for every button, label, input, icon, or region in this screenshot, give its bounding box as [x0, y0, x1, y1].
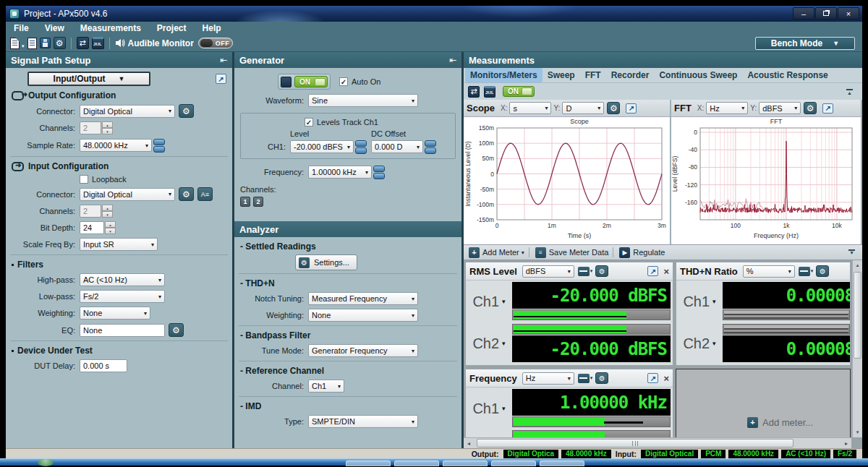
bit-depth-spinner[interactable]: ▴▾: [105, 221, 116, 234]
channel-1-button[interactable]: 1: [240, 197, 250, 207]
frequency-settings-button[interactable]: ⚙: [595, 372, 608, 384]
menu-view[interactable]: View: [37, 23, 72, 33]
menu-help[interactable]: Help: [195, 23, 229, 33]
dock-icon[interactable]: ▲: [848, 249, 856, 255]
mode-selector-dropdown[interactable]: Input/Output ▼: [27, 72, 150, 86]
new-project-dropdown-icon[interactable]: ▾: [22, 43, 25, 49]
frequency-select[interactable]: 1.00000 kHz▾: [308, 166, 372, 179]
add-meter-area[interactable]: + Add meter...: [676, 369, 851, 447]
sequence-icon[interactable]: JUL: [92, 37, 104, 49]
tab-fft[interactable]: FFT: [580, 68, 606, 82]
menu-project[interactable]: Project: [149, 23, 195, 33]
collapse-up-icon[interactable]: ▲: [846, 89, 854, 95]
swap-icon[interactable]: ⇄: [468, 86, 480, 98]
taskbar-button[interactable]: [540, 460, 584, 466]
low-pass-select[interactable]: Fs/2▾: [80, 290, 165, 303]
thdn-ch2-selector[interactable]: Ch2▾: [676, 322, 723, 364]
bench-mode-dropdown[interactable]: Bench Mode ▼: [755, 37, 855, 50]
sample-rate-stepper[interactable]: [153, 138, 165, 153]
output-connector-settings-button[interactable]: ⚙: [179, 104, 194, 118]
taskbar-button[interactable]: [394, 460, 439, 466]
tune-mode-select[interactable]: Generator Frequency▾: [308, 344, 418, 357]
ch1-level-select[interactable]: -20.000 dBFS▾: [290, 140, 354, 153]
collapse-panel-icon[interactable]: ⇤: [220, 55, 227, 65]
ch1-dc-offset-stepper[interactable]: [425, 140, 436, 154]
minimize-button[interactable]: –: [793, 7, 814, 20]
ref-channel-select[interactable]: Ch1▾: [308, 380, 344, 393]
levels-track-checkbox[interactable]: ✓: [305, 118, 313, 127]
menu-measurements[interactable]: Measurements: [72, 23, 149, 33]
rms-settings-button[interactable]: ⚙: [595, 265, 608, 277]
rms-ch1-selector[interactable]: Ch1▾: [466, 280, 512, 322]
audible-monitor-toggle[interactable]: OFF: [198, 38, 233, 48]
scope-export-icon[interactable]: ↗: [626, 103, 637, 113]
input-format-button[interactable]: A≡: [197, 187, 213, 201]
scope-x-unit-select[interactable]: s▾: [509, 102, 551, 114]
scroll-right-icon[interactable]: ▸: [841, 438, 851, 448]
sequence-icon[interactable]: JUL: [484, 86, 495, 98]
scope-settings-button[interactable]: ⚙: [607, 102, 620, 114]
rms-display-style-button[interactable]: ▾: [578, 267, 593, 276]
frequency-unit-select[interactable]: Hz▾: [522, 372, 574, 385]
close-button[interactable]: ×: [838, 7, 859, 20]
thdn-ch1-selector[interactable]: Ch1▾: [676, 280, 723, 322]
add-meter-button[interactable]: Add Meter: [482, 248, 519, 257]
tab-monitors-meters[interactable]: Monitors/Meters: [465, 68, 542, 82]
frequency-export-icon[interactable]: ↗: [647, 373, 658, 383]
analyzer-weighting-select[interactable]: None▾: [308, 309, 418, 322]
frequency-display-style-button[interactable]: ▾: [578, 374, 593, 383]
taskbar-button[interactable]: [346, 460, 391, 466]
notch-tuning-select[interactable]: Measured Frequency▾: [308, 292, 418, 305]
taskbar-button[interactable]: [491, 460, 536, 466]
fft-export-icon[interactable]: ↗: [822, 103, 833, 113]
tab-recorder[interactable]: Recorder: [606, 68, 655, 82]
meters-horizontal-scrollbar[interactable]: ◂ ▸: [464, 437, 851, 448]
scroll-thumb[interactable]: [854, 272, 861, 359]
high-pass-select[interactable]: AC (<10 Hz)▾: [80, 273, 165, 286]
thdn-display-style-button[interactable]: ▾: [799, 267, 814, 276]
meters-vertical-scrollbar[interactable]: ▴ ▾: [852, 260, 862, 437]
rms-unit-select[interactable]: dBFS▾: [522, 265, 574, 278]
restore-button[interactable]: [815, 7, 837, 20]
settled-readings-settings-button[interactable]: ⚙ Settings...: [295, 254, 357, 270]
loopback-checkbox[interactable]: [80, 175, 88, 184]
start-orb-icon[interactable]: [38, 459, 54, 466]
fft-settings-button[interactable]: ⚙: [804, 102, 817, 114]
scroll-thumb[interactable]: [477, 439, 793, 447]
signal-path-swap-icon[interactable]: ⇄: [77, 37, 89, 49]
frequency-stepper[interactable]: [373, 165, 385, 179]
regulate-button[interactable]: Regulate: [633, 248, 665, 257]
ch1-level-stepper[interactable]: [355, 140, 367, 154]
tab-continuous-sweep[interactable]: Continuous Sweep: [654, 68, 742, 82]
eq-field[interactable]: None: [80, 324, 165, 337]
scroll-left-icon[interactable]: ◂: [464, 438, 474, 448]
channel-2-button[interactable]: 2: [253, 197, 263, 207]
thdn-settings-button[interactable]: ⚙: [816, 265, 829, 277]
waveform-select[interactable]: Sine▾: [308, 94, 418, 107]
scope-y-unit-select[interactable]: D▾: [562, 102, 604, 114]
weighting-select[interactable]: None▾: [80, 307, 150, 320]
new-project-icon[interactable]: [10, 38, 20, 49]
scroll-up-icon[interactable]: ▴: [853, 260, 862, 270]
tab-acoustic-response[interactable]: Acoustic Response: [742, 68, 833, 82]
input-connector-settings-button[interactable]: ⚙: [179, 187, 194, 201]
ch1-dc-offset-select[interactable]: 0.000 D▾: [371, 140, 423, 153]
thdn-unit-select[interactable]: %▾: [743, 265, 795, 278]
rms-close-icon[interactable]: ×: [663, 266, 669, 277]
collapse-panel-icon[interactable]: ⇤: [449, 55, 456, 65]
menu-file[interactable]: File: [6, 23, 37, 33]
export-panel-icon[interactable]: ↗: [216, 74, 226, 84]
save-project-icon[interactable]: [40, 38, 51, 48]
windows-taskbar[interactable]: [0, 458, 868, 466]
generator-stop-button[interactable]: [281, 77, 292, 87]
fft-x-unit-select[interactable]: Hz▾: [706, 102, 748, 114]
settings-icon[interactable]: ⚙: [54, 37, 66, 49]
auto-on-checkbox[interactable]: ✓: [339, 77, 348, 86]
bit-depth-field[interactable]: 24: [80, 221, 104, 234]
scroll-down-icon[interactable]: ▾: [853, 427, 862, 437]
input-connector-select[interactable]: Digital Optical▾: [80, 188, 175, 201]
fft-y-unit-select[interactable]: dBFS▾: [759, 102, 801, 114]
output-connector-select[interactable]: Digital Optical▾: [80, 105, 175, 118]
eq-settings-button[interactable]: ⚙: [169, 323, 184, 337]
rms-export-icon[interactable]: ↗: [647, 266, 658, 276]
